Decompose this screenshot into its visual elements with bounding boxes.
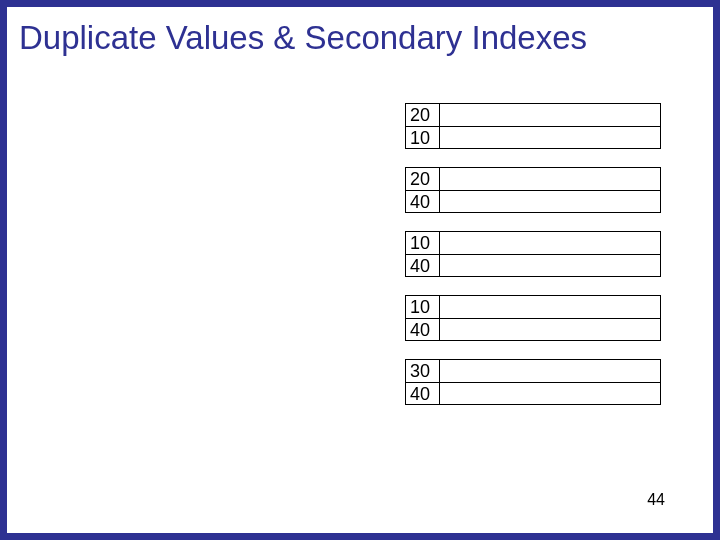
key-cell: 20 [406, 104, 440, 126]
data-row: 40 [406, 190, 660, 212]
rest-cell [440, 232, 660, 254]
data-block: 20 10 [405, 103, 661, 149]
key-cell: 30 [406, 360, 440, 382]
data-row: 20 [406, 168, 660, 190]
key-cell: 10 [406, 127, 440, 148]
data-row: 40 [406, 254, 660, 276]
data-block: 30 40 [405, 359, 661, 405]
key-cell: 40 [406, 255, 440, 276]
data-row: 30 [406, 360, 660, 382]
data-block: 10 40 [405, 295, 661, 341]
rest-cell [440, 296, 660, 318]
rest-cell [440, 127, 660, 148]
data-row: 20 [406, 104, 660, 126]
data-blocks: 20 10 20 40 10 40 [405, 103, 661, 423]
key-cell: 20 [406, 168, 440, 190]
data-row: 10 [406, 232, 660, 254]
key-cell: 10 [406, 296, 440, 318]
data-row: 40 [406, 318, 660, 340]
data-row: 10 [406, 296, 660, 318]
key-cell: 40 [406, 191, 440, 212]
rest-cell [440, 104, 660, 126]
page-number: 44 [647, 491, 665, 509]
key-cell: 40 [406, 383, 440, 404]
key-cell: 40 [406, 319, 440, 340]
data-block: 20 40 [405, 167, 661, 213]
data-block: 10 40 [405, 231, 661, 277]
rest-cell [440, 168, 660, 190]
rest-cell [440, 191, 660, 212]
data-row: 40 [406, 382, 660, 404]
key-cell: 10 [406, 232, 440, 254]
rest-cell [440, 383, 660, 404]
data-row: 10 [406, 126, 660, 148]
slide: Duplicate Values & Secondary Indexes 20 … [0, 0, 720, 540]
rest-cell [440, 255, 660, 276]
rest-cell [440, 360, 660, 382]
rest-cell [440, 319, 660, 340]
slide-title: Duplicate Values & Secondary Indexes [19, 19, 587, 57]
